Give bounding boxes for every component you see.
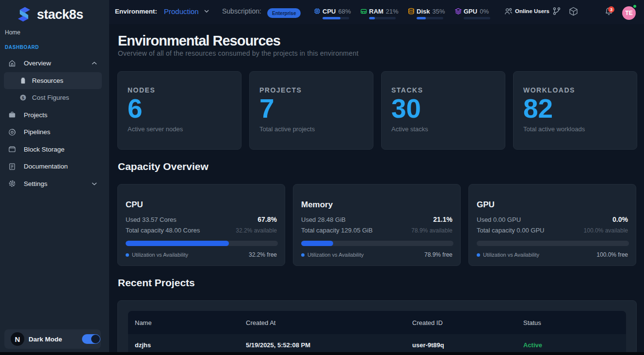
svg-text:$: $ xyxy=(22,95,25,100)
